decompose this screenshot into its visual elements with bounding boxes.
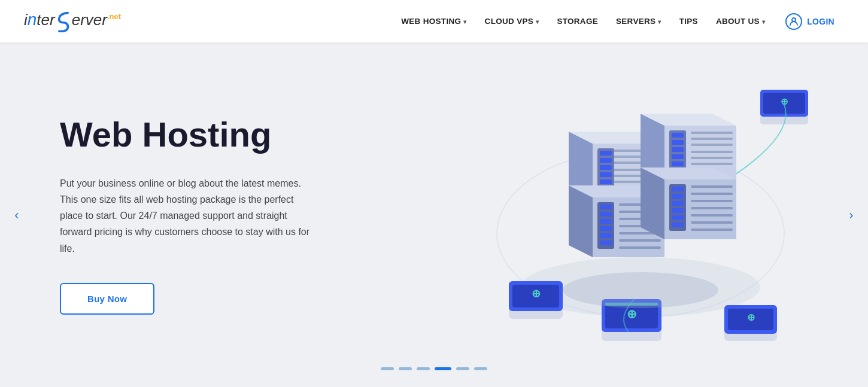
svg-rect-63: [672, 208, 684, 213]
slider-dot-6[interactable]: [474, 367, 487, 370]
svg-text:⊕: ⊕: [627, 307, 637, 321]
server-graphic: ⊕ ⊕ ⊕ ⊕: [449, 66, 832, 365]
hero-content: Web Hosting Put your business online or …: [0, 115, 371, 315]
nav-storage[interactable]: STORAGE: [550, 12, 605, 31]
svg-rect-71: [691, 221, 733, 224]
hero-description: Put your business online or blog about t…: [60, 175, 311, 257]
svg-rect-50: [600, 233, 612, 238]
slider-dot-3[interactable]: [417, 367, 430, 370]
slider-dots: [381, 367, 487, 370]
navigation: WEB HOSTING ▾ CLOUD VPS ▾ STORAGE SERVER…: [394, 8, 844, 35]
chevron-down-icon: ▾: [463, 19, 466, 25]
svg-rect-64: [672, 215, 684, 220]
hero-title: Web Hosting: [60, 115, 311, 154]
svg-rect-36: [672, 147, 684, 152]
svg-rect-29: [600, 158, 612, 163]
chevron-down-icon: ▾: [536, 19, 539, 25]
hero-section: ‹ Web Hosting Put your business online o…: [0, 43, 868, 387]
svg-rect-51: [600, 240, 612, 245]
nav-cloud-vps[interactable]: CLOUD VPS ▾: [478, 12, 547, 31]
logo-text-rest: ter: [37, 11, 54, 29]
svg-point-20: [563, 272, 718, 308]
svg-rect-61: [672, 194, 684, 199]
slider-dot-5[interactable]: [456, 367, 469, 370]
buy-now-button[interactable]: Buy Now: [60, 283, 154, 315]
svg-text:⊕: ⊕: [747, 312, 755, 322]
login-button[interactable]: LOGIN: [776, 8, 844, 35]
svg-rect-41: [691, 144, 733, 146]
slider-dot-2[interactable]: [399, 367, 412, 370]
svg-rect-72: [691, 228, 733, 231]
svg-rect-31: [600, 172, 612, 177]
svg-rect-62: [672, 201, 684, 206]
svg-text:⊕: ⊕: [532, 288, 541, 300]
svg-rect-47: [600, 212, 612, 217]
svg-rect-40: [691, 138, 733, 140]
logo[interactable]: intererver.net: [24, 10, 121, 32]
svg-rect-70: [691, 214, 733, 217]
svg-rect-46: [600, 205, 612, 209]
slider-prev-button[interactable]: ‹: [6, 205, 28, 226]
slider-dot-4[interactable]: [435, 367, 451, 370]
user-icon: [785, 13, 802, 30]
svg-rect-43: [691, 157, 733, 159]
svg-rect-69: [691, 207, 733, 209]
svg-rect-58: [619, 246, 661, 249]
svg-rect-42: [691, 151, 733, 153]
chevron-down-icon: ▾: [762, 19, 765, 25]
logo-s-icon: n: [28, 10, 37, 29]
hero-illustration: ⊕ ⊕ ⊕ ⊕: [449, 66, 832, 365]
svg-point-0: [792, 18, 796, 22]
svg-rect-60: [672, 187, 684, 191]
nav-servers[interactable]: SERVERS ▾: [609, 12, 669, 31]
svg-rect-30: [600, 165, 612, 170]
chevron-down-icon: ▾: [658, 19, 661, 25]
header: intererver.net WEB HOSTING ▾ CLOUD VPS ▾…: [0, 0, 868, 43]
svg-rect-28: [600, 151, 612, 156]
svg-rect-38: [672, 161, 684, 166]
svg-rect-34: [672, 133, 684, 138]
nav-tips[interactable]: TIPS: [672, 12, 705, 31]
logo-erver: erver: [72, 11, 107, 29]
svg-rect-66: [691, 185, 733, 188]
svg-rect-48: [600, 219, 612, 224]
svg-rect-32: [600, 179, 612, 184]
slider-dot-1[interactable]: [381, 367, 394, 370]
svg-rect-39: [691, 132, 733, 134]
svg-rect-68: [691, 200, 733, 202]
svg-rect-67: [691, 193, 733, 195]
nav-about-us[interactable]: ABOUT US ▾: [709, 12, 772, 31]
svg-rect-37: [672, 154, 684, 159]
svg-rect-44: [691, 163, 733, 165]
nav-web-hosting[interactable]: WEB HOSTING ▾: [394, 12, 474, 31]
svg-rect-57: [619, 239, 661, 242]
slider-next-button[interactable]: ›: [840, 205, 862, 226]
logo-net: .net: [107, 13, 121, 22]
svg-rect-35: [672, 140, 684, 145]
svg-rect-65: [672, 223, 684, 227]
svg-rect-49: [600, 226, 612, 231]
